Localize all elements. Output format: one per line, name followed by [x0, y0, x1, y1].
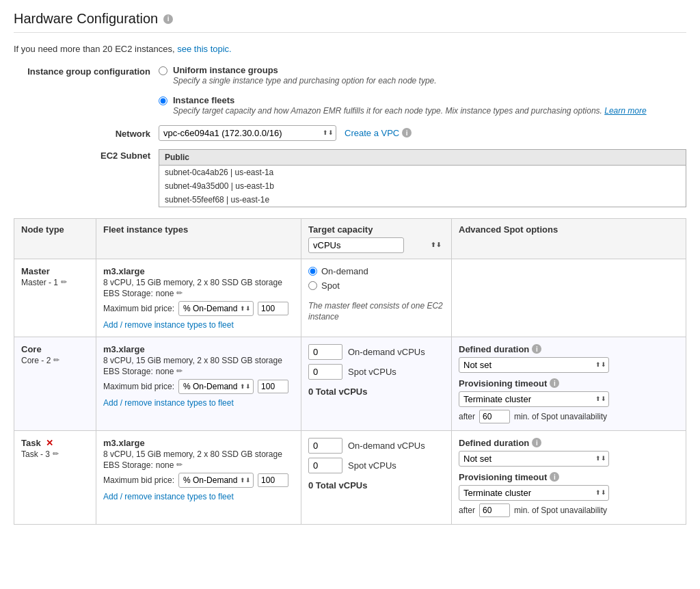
create-vpc-info-icon[interactable]: i	[402, 128, 412, 138]
fleet-table: Node type Fleet instance types Target ca…	[14, 218, 686, 525]
uniform-label[interactable]: Uniform instance groups	[173, 65, 437, 75]
master-add-link[interactable]: Add / remove instance types to fleet	[103, 320, 234, 330]
core-defined-duration-info[interactable]: i	[532, 344, 541, 354]
task-bid-select-wrapper: % On-Demand	[178, 473, 254, 488]
master-spot-radio-label[interactable]: Spot	[308, 280, 444, 291]
core-defined-duration-label: Defined duration i	[459, 344, 679, 354]
core-spot-vcpu-input[interactable]	[308, 364, 342, 380]
task-max-bid: Maximum bid price: % On-Demand	[103, 473, 294, 488]
master-instance-type: m3.xlarge	[103, 266, 294, 276]
master-ebs: EBS Storage: none ✏	[103, 289, 294, 298]
master-specs: 8 vCPU, 15 GiB memory, 2 x 80 SSD GB sto…	[103, 278, 294, 287]
task-ebs-edit-icon[interactable]: ✏	[176, 460, 183, 469]
core-ebs: EBS Storage: none ✏	[103, 367, 294, 376]
core-provisioning-info[interactable]: i	[550, 378, 559, 388]
master-bid-input[interactable]	[258, 302, 288, 315]
col-advanced-spot: Advanced Spot options	[452, 218, 686, 259]
target-capacity-select[interactable]: vCPUs	[308, 237, 404, 253]
subnet-item-3[interactable]: subnet-55feef68 | us-east-1e	[159, 193, 686, 207]
master-spot-radio[interactable]	[308, 281, 317, 290]
master-target-section: On-demand Spot The master fleet consists…	[308, 266, 444, 324]
master-edit-icon[interactable]: ✏	[61, 278, 67, 287]
task-edit-icon[interactable]: ✏	[53, 449, 59, 458]
task-defined-duration-wrapper: Not set	[459, 451, 609, 467]
core-vcpu-section: On-demand vCPUs Spot vCPUs 0 Total vCPUs	[308, 344, 444, 397]
core-timeout-row: after min. of Spot unavailability	[459, 410, 679, 423]
task-provisioning-select[interactable]: Terminate cluster	[459, 485, 609, 501]
master-ebs-edit-icon[interactable]: ✏	[176, 289, 183, 298]
core-bid-input[interactable]	[258, 380, 288, 393]
core-bid-select-wrapper: % On-Demand	[178, 379, 254, 394]
core-add-link[interactable]: Add / remove instance types to fleet	[103, 398, 234, 408]
uniform-radio[interactable]	[159, 66, 167, 75]
subnet-item-2[interactable]: subnet-49a35d00 | us-east-1b	[159, 179, 686, 193]
learn-more-link[interactable]: Learn more	[604, 106, 646, 116]
col-node-type: Node type	[14, 218, 96, 259]
task-add-link[interactable]: Add / remove instance types to fleet	[103, 492, 234, 501]
core-ebs-edit-icon[interactable]: ✏	[176, 367, 183, 376]
master-fleet-note: The master fleet consists of one EC2 ins…	[308, 300, 444, 324]
core-spot-vcpu-label: Spot vCPUs	[348, 367, 396, 377]
core-max-bid: Maximum bid price: % On-Demand	[103, 379, 294, 394]
ec2-subnet-label: EC2 Subnet	[14, 149, 150, 161]
task-spot-vcpu-row: Spot vCPUs	[308, 458, 444, 473]
task-specs: 8 vCPU, 15 GiB memory, 2 x 80 SSD GB sto…	[103, 449, 294, 459]
instance-group-label: Instance group configuration	[14, 65, 150, 77]
core-provisioning-wrapper: Terminate cluster	[459, 391, 609, 407]
fleets-label[interactable]: Instance fleets	[173, 95, 647, 105]
core-ondemand-vcpu-label: On-demand vCPUs	[348, 347, 425, 357]
page-info-icon[interactable]: i	[163, 14, 173, 24]
master-bid-select-wrapper: % On-Demand	[178, 301, 254, 316]
vcpu-select-wrapper: vCPUs	[308, 237, 444, 253]
master-ondemand-radio-label[interactable]: On-demand	[308, 266, 444, 276]
task-total-vcpu: 0 Total vCPUs	[308, 480, 444, 490]
col-target-capacity: Target capacity vCPUs	[301, 218, 452, 259]
create-vpc-link[interactable]: Create a VPC i	[345, 128, 412, 138]
core-timeout-input[interactable]	[479, 410, 510, 423]
fleets-radio[interactable]	[159, 96, 167, 105]
network-select-wrapper: vpc-c6e094a1 (172.30.0.0/16)	[159, 125, 336, 141]
core-advanced-col: Defined duration i Not set Pro	[459, 344, 679, 423]
task-node-name: Task ✕	[21, 438, 89, 448]
subnet-header: Public	[159, 150, 686, 166]
task-remove-icon[interactable]: ✕	[46, 438, 53, 448]
core-total-vcpu: 0 Total vCPUs	[308, 387, 444, 397]
task-bid-input[interactable]	[258, 473, 288, 487]
core-edit-icon[interactable]: ✏	[53, 356, 59, 365]
task-ondemand-vcpu-row: On-demand vCPUs	[308, 438, 444, 454]
task-provisioning-label: Provisioning timeout i	[459, 472, 679, 482]
network-label: Network	[14, 127, 150, 139]
task-defined-duration-select[interactable]: Not set	[459, 451, 609, 467]
task-provisioning-info[interactable]: i	[550, 472, 559, 482]
master-advanced-col	[452, 259, 686, 337]
subtitle: If you need more than 20 EC2 instances, …	[14, 44, 686, 54]
table-row-core: Core Core - 2 ✏ m3.xlarge 8 vCPU, 15 GiB…	[14, 337, 686, 430]
core-node-name: Core	[21, 344, 89, 354]
task-ondemand-vcpu-input[interactable]	[308, 438, 342, 454]
master-bid-select[interactable]: % On-Demand	[178, 301, 254, 316]
task-bid-select[interactable]: % On-Demand	[178, 473, 254, 488]
master-node-sub: Master - 1 ✏	[21, 278, 89, 287]
task-defined-duration-info[interactable]: i	[532, 438, 541, 447]
core-specs: 8 vCPU, 15 GiB memory, 2 x 80 SSD GB sto…	[103, 356, 294, 365]
subtitle-link[interactable]: see this topic.	[177, 44, 232, 54]
task-provisioning-wrapper: Terminate cluster	[459, 485, 609, 501]
core-defined-duration-select[interactable]: Not set	[459, 357, 609, 373]
uniform-desc: Specify a single instance type and purch…	[173, 75, 437, 87]
master-max-bid: Maximum bid price: % On-Demand	[103, 301, 294, 316]
core-instance-type: m3.xlarge	[103, 344, 294, 354]
network-select[interactable]: vpc-c6e094a1 (172.30.0.0/16)	[159, 125, 336, 141]
uniform-option: Uniform instance groups Specify a single…	[159, 65, 686, 87]
task-defined-duration-label: Defined duration i	[459, 438, 679, 448]
master-ondemand-radio[interactable]	[308, 267, 317, 276]
core-provisioning-select[interactable]: Terminate cluster	[459, 391, 609, 407]
core-ondemand-vcpu-input[interactable]	[308, 344, 342, 360]
task-spot-vcpu-input[interactable]	[308, 458, 342, 473]
subnet-item-1[interactable]: subnet-0ca4ab26 | us-east-1a	[159, 166, 686, 179]
task-node-sub: Task - 3 ✏	[21, 449, 89, 459]
task-ebs: EBS Storage: none ✏	[103, 460, 294, 470]
master-node-name: Master	[21, 266, 89, 276]
core-ondemand-vcpu-row: On-demand vCPUs	[308, 344, 444, 360]
core-bid-select[interactable]: % On-Demand	[178, 379, 254, 394]
task-timeout-input[interactable]	[479, 503, 510, 517]
